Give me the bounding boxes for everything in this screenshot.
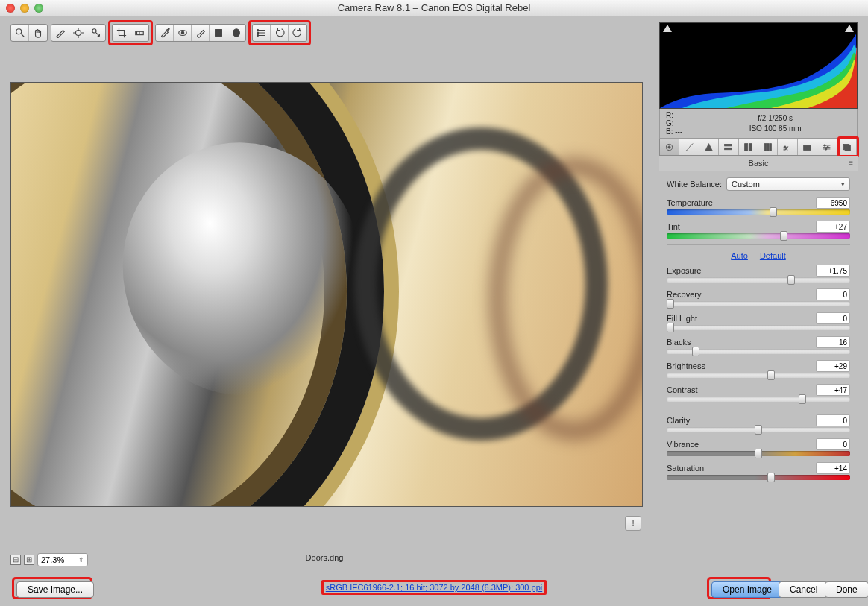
brightness-slider[interactable]: Brightness	[667, 360, 850, 378]
vibrance-slider[interactable]: Vibrance	[667, 438, 850, 456]
adjustment-brush-tool[interactable]	[192, 25, 210, 41]
svg-point-20	[233, 29, 240, 37]
window-title: Camera Raw 8.1 – Canon EOS Digital Rebel	[0, 2, 868, 13]
auto-link[interactable]: Auto	[731, 251, 748, 260]
svg-point-15	[166, 30, 168, 31]
saturation-input[interactable]	[816, 462, 850, 474]
svg-point-0	[16, 29, 21, 34]
zoom-tool[interactable]	[11, 25, 29, 41]
hand-tool[interactable]	[29, 25, 47, 41]
done-button[interactable]: Done	[825, 581, 868, 598]
recovery-input[interactable]	[816, 288, 850, 300]
svg-rect-47	[845, 145, 850, 151]
svg-line-8	[96, 33, 99, 36]
svg-point-39	[806, 146, 808, 148]
svg-rect-31	[725, 148, 732, 149]
tab-split-toning[interactable]	[739, 139, 758, 155]
white-balance-label: White Balance:	[667, 180, 722, 189]
svg-point-24	[257, 30, 258, 31]
tint-input[interactable]	[816, 221, 850, 233]
filename-label: Doors.dng	[0, 553, 649, 562]
tint-slider[interactable]: Tint	[667, 221, 850, 239]
svg-rect-30	[725, 144, 732, 145]
tab-basic[interactable]	[660, 139, 679, 155]
tab-snapshots[interactable]	[837, 139, 857, 155]
rotate-cw-tool[interactable]	[289, 25, 306, 41]
clarity-slider[interactable]: Clarity	[667, 414, 850, 432]
tab-presets[interactable]	[817, 139, 837, 155]
rotate-ccw-tool[interactable]	[271, 25, 289, 41]
filllight-input[interactable]	[816, 312, 850, 324]
tab-hsl[interactable]	[719, 139, 738, 155]
svg-point-25	[257, 32, 258, 34]
svg-point-44	[827, 146, 828, 148]
svg-rect-33	[749, 143, 752, 151]
saturation-slider[interactable]: Saturation	[667, 462, 850, 480]
exif-info: R: ---G: ---B: --- f/2 1/250 sISO 100 85…	[659, 109, 858, 139]
tab-detail[interactable]	[699, 139, 719, 155]
open-image-button[interactable]: Open Image	[711, 581, 783, 598]
image-preview[interactable]	[10, 82, 643, 507]
crop-tool[interactable]	[113, 25, 130, 41]
svg-rect-19	[215, 30, 221, 37]
blacks-input[interactable]	[816, 336, 850, 348]
targeted-adjustment-tool[interactable]	[87, 25, 105, 41]
filllight-slider[interactable]: Fill Light	[667, 312, 850, 330]
save-image-button[interactable]: Save Image...	[16, 581, 94, 598]
svg-point-18	[181, 31, 184, 34]
vibrance-input[interactable]	[816, 438, 850, 450]
svg-point-29	[668, 145, 670, 148]
svg-point-16	[168, 28, 169, 30]
contrast-slider[interactable]: Contrast	[667, 384, 850, 402]
right-panel: R: ---G: ---B: --- f/2 1/250 sISO 100 85…	[659, 22, 858, 486]
exposure-slider[interactable]: Exposure	[667, 265, 850, 283]
svg-point-45	[825, 148, 827, 149]
contrast-input[interactable]	[816, 384, 850, 396]
blacks-slider[interactable]: Blacks	[667, 336, 850, 354]
panel-tabs: fx	[659, 139, 858, 156]
svg-point-7	[92, 29, 96, 33]
tab-tone-curve[interactable]	[679, 139, 699, 155]
exposure-input[interactable]	[816, 265, 850, 277]
white-balance-select[interactable]: Custom	[726, 177, 850, 191]
svg-line-1	[20, 34, 23, 37]
tab-lens-corrections[interactable]	[758, 139, 778, 155]
svg-rect-32	[744, 143, 747, 151]
temperature-slider[interactable]: Temperature	[667, 197, 850, 215]
recovery-slider[interactable]: Recovery	[667, 288, 850, 306]
warning-icon[interactable]: !	[625, 516, 641, 531]
spot-removal-tool[interactable]	[156, 25, 174, 41]
brightness-input[interactable]	[816, 360, 850, 372]
color-sampler-tool[interactable]	[69, 25, 87, 41]
svg-point-43	[824, 144, 825, 145]
red-eye-tool[interactable]	[174, 25, 192, 41]
svg-rect-36	[770, 143, 771, 151]
cancel-button[interactable]: Cancel	[779, 581, 828, 598]
default-link[interactable]: Default	[760, 251, 786, 260]
svg-rect-34	[765, 143, 767, 151]
svg-rect-35	[767, 143, 769, 151]
panel-title: Basic	[659, 156, 858, 171]
titlebar: Camera Raw 8.1 – Canon EOS Digital Rebel	[0, 0, 868, 16]
white-balance-tool[interactable]	[51, 25, 69, 41]
tab-effects[interactable]: fx	[778, 139, 797, 155]
temperature-input[interactable]	[816, 197, 850, 209]
straighten-tool[interactable]	[130, 25, 148, 41]
preferences-tool[interactable]	[253, 25, 271, 41]
svg-point-2	[75, 31, 81, 36]
svg-point-26	[257, 35, 258, 37]
clarity-input[interactable]	[816, 414, 850, 426]
graduated-filter-tool[interactable]	[210, 25, 227, 41]
tab-camera-calibration[interactable]	[798, 139, 817, 155]
histogram[interactable]	[659, 22, 858, 109]
radial-filter-tool[interactable]	[227, 25, 245, 41]
svg-text:fx: fx	[783, 144, 787, 151]
